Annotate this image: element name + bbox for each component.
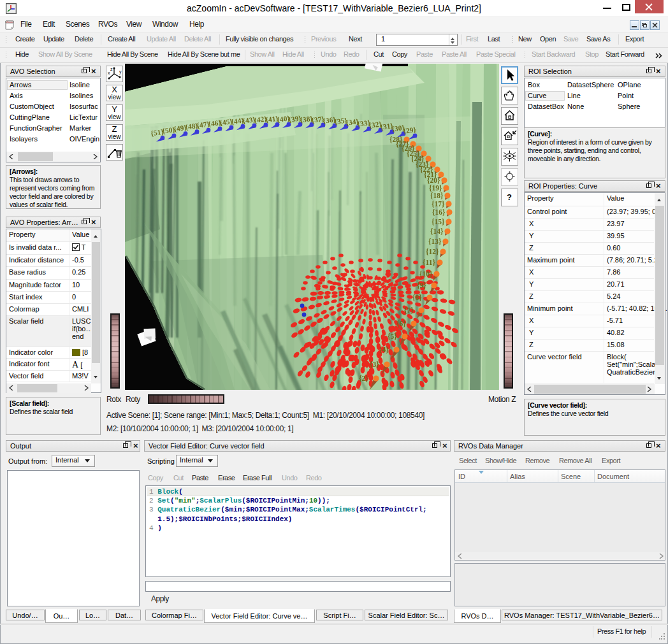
svg-text:{4}: {4} xyxy=(379,346,389,354)
svg-text:{12}: {12} xyxy=(426,248,439,255)
svg-text:{14}: {14} xyxy=(430,227,444,235)
svg-text:Zoom: Zoom xyxy=(6,20,13,24)
svg-text:{2}: {2} xyxy=(359,375,368,382)
svg-text:{15}: {15} xyxy=(432,218,445,225)
svg-text:y: y xyxy=(119,69,122,75)
svg-text:{8}: {8} xyxy=(412,294,422,301)
svg-text:{9}: {9} xyxy=(417,282,426,289)
svg-text:x: x xyxy=(108,71,110,75)
svg-text:{3}: {3} xyxy=(370,361,379,368)
svg-text:{11}: {11} xyxy=(423,259,435,266)
svg-text:{13}: {13} xyxy=(428,238,442,245)
svg-text:{16}: {16} xyxy=(432,208,446,216)
svg-text:{20}: {20} xyxy=(427,176,440,184)
svg-text:?: ? xyxy=(507,192,512,202)
svg-text:{5}: {5} xyxy=(388,333,397,340)
svg-text:{19}: {19} xyxy=(429,184,442,192)
svg-text:{7}: {7} xyxy=(404,306,414,314)
svg-text:{6}: {6} xyxy=(396,320,406,327)
svg-text:{18}: {18} xyxy=(430,192,444,199)
svg-text:{17}: {17} xyxy=(432,200,445,208)
svg-text:z: z xyxy=(110,67,113,71)
svg-text:{10}: {10} xyxy=(419,270,433,278)
